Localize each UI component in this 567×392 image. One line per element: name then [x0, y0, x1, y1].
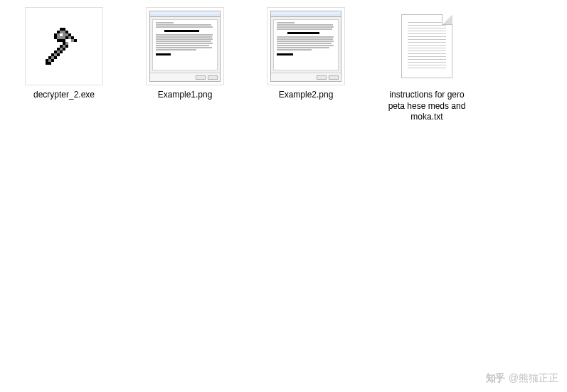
exe-thumbnail [25, 7, 103, 85]
txt-thumbnail [388, 7, 466, 85]
file-label: instructions for gero peta hese meds and… [384, 90, 470, 123]
zhihu-logo-icon: 知乎 [486, 372, 504, 385]
svg-rect-2 [65, 31, 68, 33]
svg-rect-6 [57, 31, 60, 33]
svg-rect-5 [74, 39, 77, 42]
svg-rect-33 [60, 48, 63, 51]
file-item-instructions[interactable]: instructions for gero peta hese meds and… [377, 7, 477, 123]
svg-rect-19 [68, 36, 71, 39]
file-item-example1[interactable]: Example1.png [135, 7, 235, 101]
hammer-icon [41, 23, 87, 69]
svg-rect-45 [46, 62, 48, 65]
svg-rect-9 [54, 33, 57, 36]
svg-rect-28 [51, 53, 54, 56]
png-thumbnail [146, 7, 224, 85]
svg-rect-42 [54, 56, 57, 59]
svg-rect-44 [48, 62, 51, 65]
svg-rect-0 [60, 28, 63, 31]
svg-rect-12 [63, 33, 65, 36]
svg-rect-34 [57, 51, 60, 53]
svg-rect-31 [65, 42, 68, 45]
file-label: Example1.png [158, 90, 213, 101]
svg-rect-14 [54, 36, 57, 39]
svg-rect-13 [65, 33, 68, 36]
png-thumbnail [267, 7, 345, 85]
file-grid: decrypter_2.exe [0, 0, 567, 130]
svg-rect-30 [46, 59, 48, 62]
svg-rect-15 [57, 36, 60, 39]
svg-rect-27 [54, 51, 57, 53]
svg-rect-11 [60, 33, 63, 36]
svg-rect-8 [63, 31, 65, 33]
svg-rect-43 [51, 59, 54, 62]
svg-rect-23 [71, 39, 74, 42]
svg-rect-10 [57, 33, 60, 36]
svg-rect-41 [57, 53, 60, 56]
file-label: Example2.png [279, 90, 334, 101]
svg-rect-7 [60, 31, 63, 33]
svg-rect-3 [68, 33, 71, 36]
svg-rect-17 [63, 36, 65, 39]
screenshot-preview-icon [270, 11, 341, 82]
svg-rect-32 [63, 45, 65, 48]
svg-rect-36 [51, 56, 54, 59]
svg-rect-1 [63, 28, 65, 31]
svg-rect-37 [48, 59, 51, 62]
svg-rect-29 [48, 56, 51, 59]
svg-rect-18 [65, 36, 68, 39]
svg-rect-35 [54, 53, 57, 56]
svg-rect-21 [60, 39, 63, 42]
watermark-author: @熊猫正正 [509, 372, 558, 385]
svg-rect-16 [60, 36, 63, 39]
svg-rect-26 [57, 48, 60, 51]
svg-rect-25 [60, 45, 63, 48]
file-item-example2[interactable]: Example2.png [256, 7, 356, 101]
svg-rect-38 [65, 45, 68, 48]
watermark: 知乎 @熊猫正正 [486, 372, 558, 385]
file-label: decrypter_2.exe [33, 90, 95, 101]
file-item-decrypter[interactable]: decrypter_2.exe [14, 7, 114, 101]
text-file-icon [401, 14, 452, 78]
svg-rect-4 [71, 36, 74, 39]
screenshot-preview-icon [149, 11, 221, 82]
svg-rect-20 [57, 39, 60, 42]
svg-rect-22 [63, 39, 65, 42]
svg-rect-40 [60, 51, 63, 53]
svg-rect-24 [63, 42, 65, 45]
svg-rect-39 [63, 48, 65, 51]
